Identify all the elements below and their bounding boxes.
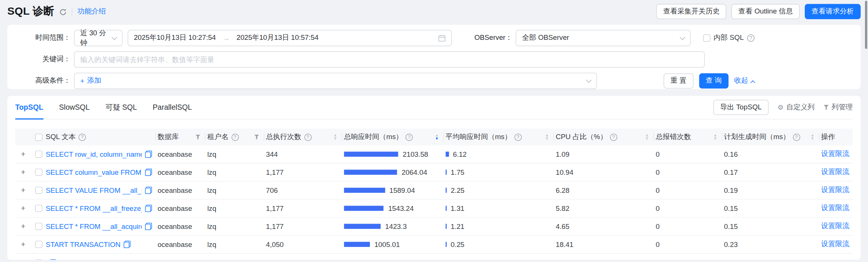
tab-slowsql[interactable]: SlowSQL: [59, 96, 90, 119]
customize-columns-button[interactable]: ⚙ 自定义列: [778, 103, 815, 112]
keyword-input[interactable]: [74, 51, 705, 67]
select-all-checkbox[interactable]: [35, 133, 42, 141]
internal-sql-label: 内部 SQL: [714, 33, 744, 42]
sort-button[interactable]: ▲▼: [435, 133, 439, 140]
copy-icon[interactable]: [145, 150, 152, 158]
observer-select[interactable]: 全部 OBServer: [516, 30, 691, 46]
copy-icon[interactable]: [145, 186, 152, 194]
plan-time-cell: 0.23: [724, 241, 821, 248]
column-header[interactable]: 租户名 ?: [207, 129, 266, 145]
column-header[interactable]: 操作: [821, 129, 853, 145]
sort-button[interactable]: ▲▼: [713, 133, 717, 140]
column-header[interactable]: 总响应时间（ms） ? ▲▼: [344, 129, 445, 145]
copy-icon[interactable]: [49, 259, 56, 260]
avg-response-value: 0.25: [451, 241, 465, 248]
total-response-cell: 1589.04: [344, 186, 445, 194]
sort-button[interactable]: ▲▼: [645, 133, 649, 140]
expand-row-button[interactable]: +: [21, 168, 25, 176]
sql-text-link[interactable]: SELECT column_value FROM _...: [46, 168, 142, 176]
help-icon[interactable]: ?: [406, 133, 413, 141]
filter-icon[interactable]: [195, 135, 200, 139]
internal-sql-checkbox[interactable]: [703, 34, 710, 41]
sort-button[interactable]: ▲▼: [810, 133, 814, 140]
query-button[interactable]: 查 询: [699, 73, 729, 88]
sql-text-link[interactable]: START TRANSACTION: [46, 241, 121, 248]
row-checkbox[interactable]: [35, 259, 42, 260]
help-icon[interactable]: ?: [793, 133, 800, 141]
row-checkbox[interactable]: [35, 186, 42, 194]
vertical-scrollbar-thumb[interactable]: [865, 1, 867, 49]
column-header[interactable]: CPU 占比（%） ? ▲▼: [556, 129, 656, 145]
view-collection-switch-history-button[interactable]: 查看采集开关历史: [656, 4, 726, 19]
expand-row-button[interactable]: +: [21, 259, 25, 260]
advanced-conditions-select[interactable]: +添加: [74, 73, 597, 89]
tab-parallelsql[interactable]: ParallelSQL: [153, 96, 192, 119]
column-manage-button[interactable]: 列管理: [824, 103, 853, 112]
help-icon[interactable]: ?: [304, 133, 311, 141]
view-outline-info-button[interactable]: 查看 Outline 信息: [732, 4, 800, 19]
cpu-cell: 1.09: [556, 150, 656, 158]
response-time-bar: [344, 206, 384, 211]
add-condition-button[interactable]: +添加: [80, 76, 101, 85]
row-checkbox[interactable]: [35, 168, 42, 176]
collapse-link[interactable]: 收起: [734, 76, 755, 85]
set-throttle-link[interactable]: 设置限流: [821, 185, 850, 195]
avg-response-cell: 6.12: [445, 150, 555, 158]
sql-text-link[interactable]: SELECT row_id, column_name, ...: [46, 150, 142, 158]
sort-button[interactable]: ▲▼: [545, 133, 549, 140]
filter-row-keyword: 关键词：: [18, 51, 849, 67]
column-header[interactable]: 计划生成时间（ms） ? ▲▼: [724, 129, 821, 145]
row-checkbox[interactable]: [35, 241, 42, 248]
column-header[interactable]: 数据库: [157, 129, 207, 145]
export-topsql-button[interactable]: 导出 TopSQL: [713, 100, 768, 115]
set-throttle-link[interactable]: 设置限流: [821, 221, 850, 231]
sort-button[interactable]: ▲▼: [333, 133, 337, 140]
row-checkbox[interactable]: [35, 150, 42, 158]
view-request-analysis-button[interactable]: 查看请求分析: [805, 4, 860, 19]
sql-text-link[interactable]: SELECT VALUE FROM __all_sys...: [46, 186, 142, 194]
time-range-select[interactable]: 近 30 分钟: [74, 30, 122, 46]
filter-icon[interactable]: [254, 135, 259, 139]
expand-row-button[interactable]: +: [21, 186, 25, 194]
row-checkbox[interactable]: [35, 204, 42, 212]
avg-response-value: 6.12: [453, 150, 467, 158]
expand-row-button[interactable]: +: [21, 204, 25, 212]
expand-row-button[interactable]: +: [21, 150, 25, 158]
set-throttle-link[interactable]: 设置限流: [821, 203, 850, 213]
checkbox-cell: [31, 241, 46, 248]
column-header[interactable]: SQL 文本 ?: [46, 129, 157, 145]
expand-row-button[interactable]: +: [21, 240, 25, 248]
copy-icon[interactable]: [124, 241, 131, 248]
sql-text-link[interactable]: SELECT * FROM __all_acquired...: [46, 223, 142, 230]
tab-topsql[interactable]: TopSQL: [15, 96, 43, 119]
help-icon[interactable]: ?: [231, 133, 238, 141]
column-header[interactable]: 总执行次数 ? ▲▼: [266, 129, 344, 145]
row-checkbox[interactable]: [35, 223, 42, 230]
reset-button[interactable]: 重 置: [664, 73, 693, 88]
tab-可疑-sql[interactable]: 可疑 SQL: [105, 96, 137, 119]
feature-intro-link[interactable]: 功能介绍: [78, 6, 106, 16]
set-throttle-link[interactable]: 设置限流: [821, 239, 850, 249]
expand-row-button[interactable]: +: [21, 222, 25, 230]
sql-text-cell: SELECT * FROM __all_freeze_i...: [46, 204, 157, 212]
plan-time-cell: 0.15: [724, 223, 821, 230]
help-icon[interactable]: ?: [79, 133, 86, 141]
sql-text-cell: START TRANSACTION: [46, 241, 157, 248]
select-all-cell: [31, 133, 46, 141]
total-response-value: 1589.04: [389, 186, 415, 194]
copy-icon[interactable]: [145, 223, 152, 230]
column-label: 数据库: [157, 132, 178, 142]
help-icon[interactable]: ?: [514, 133, 522, 141]
column-header[interactable]: 平均响应时间（ms） ? ▲▼: [445, 129, 555, 145]
help-icon[interactable]: ?: [747, 34, 754, 41]
help-icon[interactable]: ?: [610, 133, 617, 141]
sql-text-link[interactable]: SELECT * FROM __all_freeze_i...: [46, 204, 142, 212]
date-range-picker[interactable]: 2025年10月13日 10:27:54 → 2025年10月13日 10:57…: [128, 30, 452, 46]
copy-icon[interactable]: [145, 204, 152, 212]
set-throttle-link[interactable]: 设置限流: [821, 167, 850, 177]
tenant-cell: lzq: [207, 186, 266, 194]
refresh-icon[interactable]: [59, 8, 67, 15]
column-header[interactable]: 总报错次数 ▲▼: [656, 129, 724, 145]
copy-icon[interactable]: [145, 168, 152, 176]
set-throttle-link[interactable]: 设置限流: [821, 149, 850, 159]
